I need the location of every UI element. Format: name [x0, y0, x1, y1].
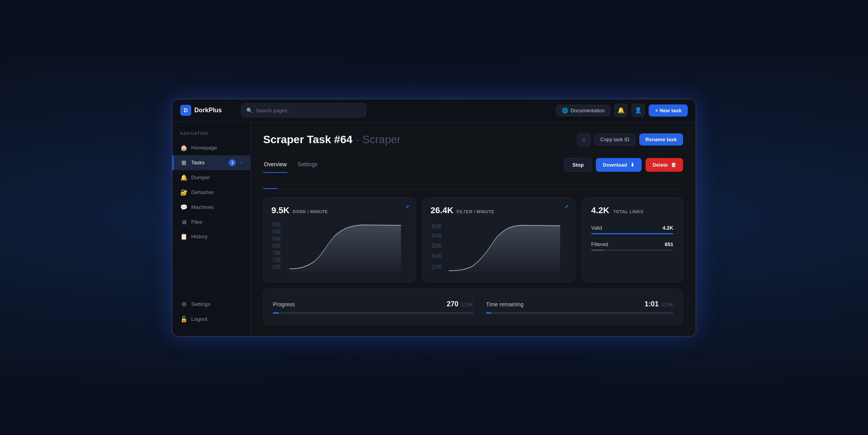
bottom-card: Progress 270 10.0K Time remaining [263, 289, 683, 325]
new-task-button[interactable]: + New task [649, 104, 688, 117]
sidebar-item-dumper[interactable]: 🔔 Dumper [172, 170, 250, 185]
notifications-button[interactable]: 🔔 [614, 104, 628, 117]
sidebar-item-label: Dehasher [191, 189, 214, 195]
sidebar-item-dehasher[interactable]: 🔐 Dehasher [172, 185, 250, 200]
star-button[interactable]: ☆ [577, 133, 590, 146]
topbar: D DorkPlus 🔍 🌐 Documentation 🔔 👤 + New t… [172, 99, 696, 122]
stats-grid: 9.5K DORK / MINUTE ⬈ 9,500 9,000 8,500 8… [263, 197, 683, 282]
tab-settings[interactable]: Settings [297, 157, 318, 173]
content-area: Scraper Task #64 · Scraper ☆ Copy task I… [251, 122, 696, 336]
valid-progress-fill [591, 233, 673, 234]
sidebar-item-label: Dumper [191, 174, 210, 180]
svg-text:24,000: 24,000 [432, 232, 441, 238]
time-header: Time remaining 1:01 10.0K [486, 300, 673, 308]
progress-sub: 10.0K [461, 302, 473, 307]
delete-button[interactable]: Delete 🗑 [646, 158, 683, 172]
tabs: Overview Settings [263, 157, 318, 173]
action-row: Stop Download ⬇ Delete 🗑 [564, 158, 683, 172]
valid-label: Valid [591, 225, 602, 231]
topbar-right: 🌐 Documentation 🔔 👤 + New task [556, 104, 688, 117]
time-sub: 10.0K [661, 302, 673, 307]
dehasher-icon: 🔐 [180, 189, 187, 196]
sidebar-item-machines[interactable]: 💬 Machines [172, 200, 250, 215]
dork-chart-header: 9.5K DORK / MINUTE [271, 205, 408, 216]
sidebar-item-settings[interactable]: ⚙ Settings [172, 297, 250, 312]
tab-overview[interactable]: Overview [263, 157, 287, 173]
filter-chart-expand[interactable]: ⬈ [565, 204, 569, 209]
dork-big-num: 9.5K [271, 205, 289, 216]
download-button[interactable]: Download ⬇ [596, 158, 642, 172]
documentation-button[interactable]: 🌐 Documentation [556, 105, 610, 116]
avatar-button[interactable]: 👤 [631, 104, 645, 117]
time-value: 1:01 [645, 300, 659, 308]
search-input[interactable] [256, 108, 361, 113]
progress-value: 270 [447, 300, 459, 308]
sidebar-item-logout[interactable]: 🔓 Logout [172, 312, 250, 327]
filtered-progress-fill [591, 250, 604, 251]
filtered-progress-bg [591, 250, 673, 251]
valid-progress-bg [591, 233, 673, 234]
sidebar-item-tasks[interactable]: ⊞ Tasks 1 ● [172, 155, 250, 170]
filter-chart-label: FILTER / MINUTE [457, 209, 495, 214]
valid-stat-row: Valid 4.2K [591, 225, 673, 231]
star-icon: ☆ [581, 136, 586, 143]
links-card: 4.2K TOTAL LINKS Valid 4.2K [581, 197, 683, 282]
sidebar-item-label: Settings [191, 301, 210, 307]
copy-task-id-button[interactable]: Copy task ID [594, 133, 635, 146]
time-progress-bg [486, 312, 673, 314]
main-layout: NAVIGATION 🏠 Homepage ⊞ Tasks 1 ● 🔔 Dump… [172, 122, 696, 336]
sidebar-item-homepage[interactable]: 🏠 Homepage [172, 140, 250, 155]
dork-chart-card: 9.5K DORK / MINUTE ⬈ 9,500 9,000 8,500 8… [263, 197, 416, 282]
page-header: Scraper Task #64 · Scraper ☆ Copy task I… [263, 133, 683, 146]
links-header: 4.2K TOTAL LINKS [591, 205, 673, 216]
svg-text:9,500: 9,500 [273, 222, 280, 227]
svg-text:8,500: 8,500 [273, 235, 280, 241]
time-remaining-stat: Time remaining 1:01 10.0K [473, 297, 673, 317]
filter-chart-header: 26.4K FILTER / MINUTE [430, 205, 567, 216]
dumper-icon: 🔔 [180, 174, 187, 181]
files-icon: 🖥 [180, 219, 187, 225]
rename-task-button[interactable]: Rename task [639, 133, 683, 146]
nav-label: NAVIGATION [172, 131, 250, 136]
progress-label: Progress [273, 301, 295, 307]
svg-text:16,000: 16,000 [432, 253, 441, 259]
filtered-value: 651 [665, 241, 673, 247]
app-window: D DorkPlus 🔍 🌐 Documentation 🔔 👤 + New t… [172, 99, 696, 336]
tasks-badge: 1 [229, 159, 236, 166]
progress-bar-fill [273, 312, 279, 314]
sidebar-item-label: Homepage [191, 145, 217, 151]
page-title: Scraper Task #64 [263, 133, 352, 146]
sidebar-item-history[interactable]: 📋 History [172, 229, 250, 244]
svg-text:7,000: 7,000 [273, 257, 280, 262]
sidebar-item-files[interactable]: 🖥 Files [172, 215, 250, 229]
svg-text:28,000: 28,000 [432, 223, 441, 229]
progress-header: Progress 270 10.0K [273, 300, 473, 308]
svg-text:12,000: 12,000 [432, 264, 441, 270]
download-icon: ⬇ [630, 162, 635, 168]
dork-chart-svg: 9,500 9,000 8,500 8,000 7,500 7,000 6,50… [271, 222, 408, 273]
time-progress-fill [486, 312, 491, 314]
sidebar-item-label: Machines [191, 204, 214, 210]
tasks-icon: ⊞ [180, 159, 187, 166]
svg-text:8,000: 8,000 [273, 243, 280, 248]
svg-text:7,500: 7,500 [273, 250, 280, 255]
stop-button[interactable]: Stop [564, 158, 592, 172]
search-bar[interactable]: 🔍 [241, 103, 366, 117]
settings-icon: ⚙ [180, 301, 187, 308]
time-label: Time remaining [486, 301, 524, 307]
logo: D DorkPlus [180, 105, 235, 116]
dork-chart-expand[interactable]: ⬈ [405, 204, 409, 209]
home-icon: 🏠 [180, 144, 187, 151]
progress-stat: Progress 270 10.0K [273, 297, 473, 317]
sidebar-bottom: ⚙ Settings 🔓 Logout [172, 297, 250, 327]
sidebar-item-label: History [191, 234, 208, 239]
history-icon: 📋 [180, 233, 187, 240]
valid-stat: Valid 4.2K [591, 225, 673, 234]
filter-chart-svg: 28,000 24,000 20,000 16,000 12,000 [430, 222, 567, 273]
globe-icon: 🌐 [562, 108, 568, 113]
user-icon: 👤 [635, 107, 642, 114]
filtered-stat-row: Filtered 651 [591, 241, 673, 247]
search-icon: 🔍 [246, 108, 253, 113]
filter-chart-card: 26.4K FILTER / MINUTE ⬈ 28,000 24,000 20… [422, 197, 575, 282]
valid-value: 4.2K [663, 225, 673, 231]
